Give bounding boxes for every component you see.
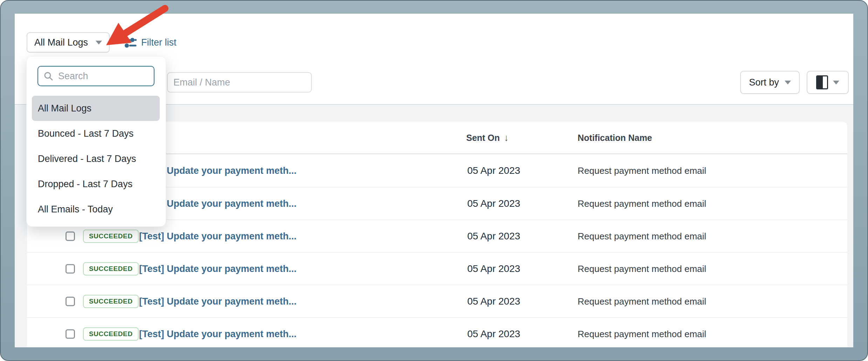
mail-logs-page: Sent On ↓ Notification Name SUCCEEDED [T… [15,14,853,347]
chevron-down-icon [785,81,791,84]
table-row: SUCCEEDED [Test] Update your payment met… [27,252,847,285]
dropdown-item-all-mail-logs[interactable]: All Mail Logs [32,96,160,121]
sort-by-label: Sort by [749,77,779,88]
sort-by-button[interactable]: Sort by [740,71,800,94]
sent-on-value: 05 Apr 2023 [467,165,520,176]
chevron-down-icon [833,81,839,84]
sent-on-value: 05 Apr 2023 [467,198,520,209]
email-subject-link[interactable]: [Test] Update your payment meth... [139,296,297,307]
column-header-sent-on[interactable]: Sent On ↓ [466,132,509,143]
view-selector-label: All Mail Logs [34,37,88,48]
window-frame: Sent On ↓ Notification Name SUCCEEDED [T… [0,0,868,361]
column-layout-button[interactable] [807,71,849,94]
sent-on-label: Sent On [466,132,500,143]
dropdown-item-bounced-last-7-days[interactable]: Bounced - Last 7 Days [32,121,160,146]
search-icon [44,71,53,81]
notification-name-value: Request payment method email [578,231,706,241]
status-badge: SUCCEEDED [83,262,139,275]
dropdown-item-delivered-last-7-days[interactable]: Delivered - Last 7 Days [32,146,160,171]
sent-on-value: 05 Apr 2023 [467,328,520,340]
email-name-search-input[interactable] [167,72,312,93]
notification-name-value: Request payment method email [578,328,706,339]
status-badge: SUCCEEDED [83,327,139,341]
column-header-notification-name: Notification Name [578,132,652,143]
sent-on-value: 05 Apr 2023 [467,231,520,242]
dropdown-item-all-emails-today[interactable]: All Emails - Today [32,197,160,222]
status-badge: SUCCEEDED [83,230,139,243]
email-subject-link[interactable]: [Test] Update your payment meth... [139,328,297,339]
sent-on-value: 05 Apr 2023 [467,296,520,307]
notification-name-value: Request payment method email [578,198,706,209]
notification-name-value: Request payment method email [578,165,706,176]
row-checkbox[interactable] [66,231,75,241]
dropdown-item-list: All Mail Logs Bounced - Last 7 Days Deli… [32,96,160,222]
email-subject-link[interactable]: [Test] Update your payment meth... [139,231,297,241]
mail-logs-view-selector-button[interactable]: All Mail Logs [27,32,110,53]
sliders-icon [123,36,137,49]
notification-name-label: Notification Name [578,132,652,143]
row-checkbox[interactable] [66,329,75,339]
sent-on-value: 05 Apr 2023 [467,263,520,274]
table-row: SUCCEEDED [Test] Update your payment met… [27,317,847,347]
row-checkbox[interactable] [66,264,75,273]
chevron-down-icon [96,41,102,45]
filter-list-label: Filter list [141,37,177,48]
filter-list-button[interactable]: Filter list [123,32,177,53]
notification-name-value: Request payment method email [578,296,706,307]
dropdown-search-input[interactable] [58,71,148,82]
dropdown-search-box[interactable] [37,66,154,86]
dropdown-item-dropped-last-7-days[interactable]: Dropped - Last 7 Days [32,171,160,197]
row-checkbox[interactable] [66,297,75,306]
notification-name-value: Request payment method email [578,263,706,274]
view-selector-dropdown: All Mail Logs Bounced - Last 7 Days Deli… [26,56,166,227]
table-row: SUCCEEDED [Test] Update your payment met… [27,285,847,317]
columns-icon [816,75,828,89]
status-badge: SUCCEEDED [83,295,139,308]
sort-descending-icon[interactable]: ↓ [504,132,509,143]
email-subject-link[interactable]: [Test] Update your payment meth... [139,263,297,274]
